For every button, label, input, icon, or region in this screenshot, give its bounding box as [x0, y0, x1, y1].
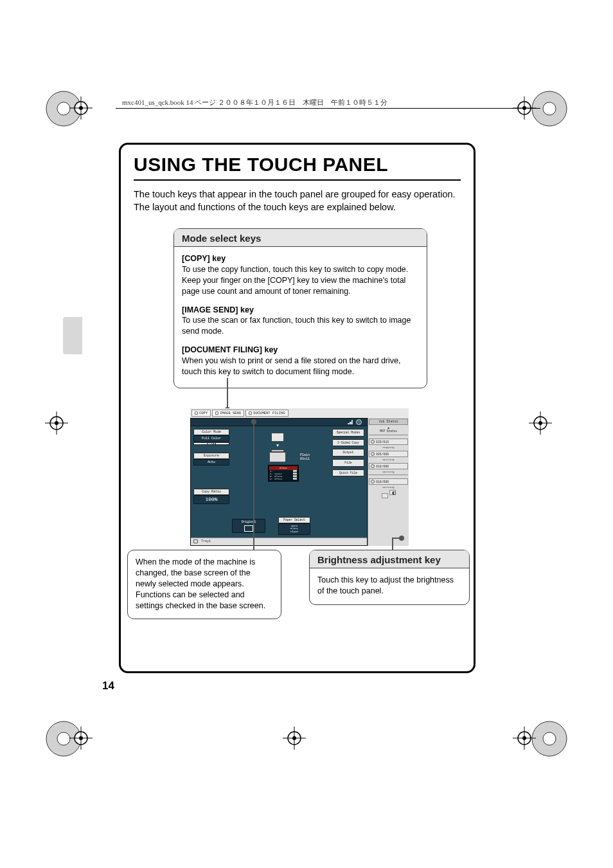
tray-indicator: 8½x11 1. 2. 11x17 3. 8½x14 4. 8½x11	[268, 465, 299, 482]
job-row: 005/000Waiting	[369, 451, 408, 461]
status-icon	[356, 419, 362, 425]
job-row: 020/015Copying	[369, 439, 408, 449]
exposure-auto: Auto	[193, 459, 229, 466]
copy-ratio-value: 100%	[193, 495, 229, 504]
connector-line	[227, 378, 228, 409]
header-rule	[116, 108, 540, 109]
color-dots	[193, 442, 229, 445]
panel-center: ▼	[249, 433, 306, 466]
tray-icon	[193, 539, 198, 543]
tab-copy[interactable]: COPY	[191, 410, 211, 417]
connector-dot	[399, 536, 404, 541]
page-frame: USING THE TOUCH PANEL The touch keys tha…	[119, 143, 475, 673]
intro-text: The touch keys that appear in the touch …	[134, 188, 461, 213]
job-row: 010/000Waiting	[369, 463, 408, 473]
file-button[interactable]: File	[332, 459, 364, 467]
svg-point-37	[522, 736, 526, 740]
brightness-desc: Touch this key to adjust the brightness …	[310, 568, 469, 604]
tab-copy-label: COPY	[199, 411, 208, 415]
job-status-panel: Job Status ◆MFP Status 020/015Copying 00…	[368, 418, 409, 546]
base-screen-text-2: Functions can be selected and settings c…	[136, 590, 265, 610]
document-icon	[271, 433, 284, 442]
copy-key-desc: To use the copy function, touch this key…	[182, 265, 408, 296]
tab-doc-filing-label: DOCUMENT FILING	[253, 411, 285, 415]
crosshair-icon	[69, 727, 93, 750]
svg-point-29	[79, 736, 83, 740]
print-header: mxc401_us_qck.book 14 ページ ２００８年１０月１６日 木曜…	[122, 98, 387, 107]
exposure-button[interactable]: Exposure	[193, 453, 229, 459]
crosshair-icon	[283, 727, 306, 750]
svg-point-25	[57, 732, 70, 745]
brightness-icon[interactable]	[391, 491, 396, 496]
touch-panel-illustration: COPY IMAGE SEND DOCUMENT FILING Color Mo…	[190, 408, 409, 545]
title-rule	[134, 179, 461, 181]
paper-label: Plain 8½x11	[300, 453, 310, 461]
image-send-key-desc: To use the scan or fax function, touch t…	[182, 316, 411, 336]
color-mode-button[interactable]: Color Mode	[193, 429, 229, 435]
copy-key-name: [COPY] key	[182, 254, 226, 263]
page-title: USING THE TOUCH PANEL	[134, 151, 461, 179]
tray-bar: Tray1	[191, 538, 367, 545]
svg-point-3	[57, 102, 70, 115]
svg-point-14	[543, 102, 556, 115]
svg-point-22	[538, 421, 542, 425]
job-icon	[371, 480, 375, 484]
brightness-callout: Brightness adjustment key Touch this key…	[309, 550, 470, 605]
copy-ratio-button[interactable]: Copy Ratio	[193, 489, 229, 495]
connector-dot	[251, 419, 256, 424]
job-icon	[371, 452, 375, 456]
svg-point-33	[292, 736, 296, 740]
brightness-heading: Brightness adjustment key	[310, 550, 469, 568]
copy-icon	[195, 411, 198, 415]
image-send-key-name: [IMAGE SEND] key	[182, 305, 254, 314]
mfp-icon	[268, 449, 287, 465]
svg-point-40	[543, 732, 556, 745]
crosshair-icon	[45, 411, 68, 435]
tab-document-filing[interactable]: DOCUMENT FILING	[245, 410, 289, 417]
reg-mark	[531, 720, 568, 757]
connector-line	[392, 538, 393, 550]
job-icon	[371, 440, 375, 444]
job-scroll[interactable]	[369, 489, 408, 499]
mode-select-heading: Mode select keys	[174, 229, 427, 247]
original-button[interactable]: Original	[232, 519, 265, 533]
mode-select-callout: Mode select keys [COPY] key To use the c…	[173, 228, 427, 388]
connector-line	[253, 421, 254, 550]
crosshair-icon	[529, 411, 552, 435]
crosshair-icon	[69, 96, 93, 120]
base-screen-text-1: When the mode of the machine is changed,…	[136, 557, 255, 588]
signal-icon	[348, 420, 353, 424]
mfp-status-label: ◆MFP Status	[369, 425, 408, 433]
full-color-value: Full Color	[193, 435, 229, 442]
special-modes-button[interactable]: Special Modes	[332, 429, 364, 437]
quick-file-button[interactable]: Quick File	[332, 469, 364, 477]
svg-point-18	[55, 421, 58, 425]
panel-topbar	[191, 419, 367, 426]
doc-filing-key-desc: When you wish to print or send a file st…	[182, 356, 400, 376]
send-icon	[215, 411, 218, 415]
base-screen-callout: When the mode of the machine is changed,…	[127, 550, 281, 619]
tab-image-send-label: IMAGE SEND	[220, 411, 241, 415]
tab-image-send[interactable]: IMAGE SEND	[212, 410, 244, 417]
paper-select-button[interactable]: Paper Select Auto 8½x11 Plain	[278, 517, 310, 535]
job-row: 010/000Waiting	[369, 478, 408, 489]
job-icon	[371, 464, 375, 468]
doc-filing-key-name: [DOCUMENT FILING] key	[182, 345, 278, 354]
filing-icon	[249, 411, 252, 415]
two-sided-button[interactable]: 2-Sided Copy	[332, 439, 364, 447]
svg-point-7	[79, 106, 83, 110]
output-button[interactable]: Output	[332, 449, 364, 457]
page-number: 14	[102, 680, 114, 692]
side-tab	[63, 317, 82, 354]
reg-mark	[531, 90, 568, 127]
job-status-header[interactable]: Job Status	[369, 419, 408, 425]
